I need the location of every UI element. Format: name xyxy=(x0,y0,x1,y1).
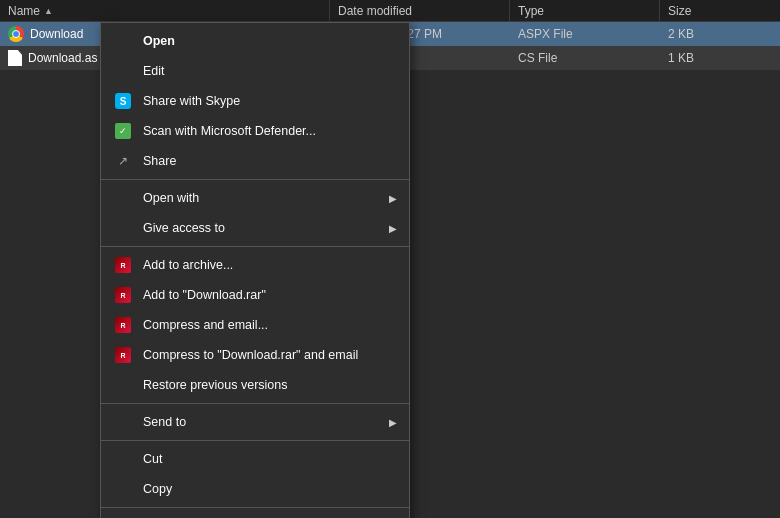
menu-item-copy[interactable]: Copy xyxy=(101,474,409,504)
menu-label-cut: Cut xyxy=(143,452,397,466)
menu-icon-edit xyxy=(113,61,133,81)
menu-icon-give-access xyxy=(113,218,133,238)
menu-label-compress-download-rar-email: Compress to "Download.rar" and email xyxy=(143,348,397,362)
file-type-download-as: CS File xyxy=(510,51,660,65)
winrar-icon: R xyxy=(115,347,131,363)
menu-item-open-with[interactable]: Open with▶ xyxy=(101,183,409,213)
menu-icon-compress-download-rar-email: R xyxy=(113,345,133,365)
menu-separator xyxy=(101,403,409,404)
explorer-header: Name ▲ Date modified Type Size xyxy=(0,0,780,22)
menu-icon-open-with xyxy=(113,188,133,208)
menu-icon-share-skype: S xyxy=(113,91,133,111)
col-type-label: Type xyxy=(518,4,544,18)
submenu-arrow-icon: ▶ xyxy=(389,223,397,234)
menu-icon-restore-previous xyxy=(113,375,133,395)
file-size-download-as: 1 KB xyxy=(660,51,740,65)
column-size-header[interactable]: Size xyxy=(660,0,740,21)
menu-item-scan-defender[interactable]: ✓Scan with Microsoft Defender... xyxy=(101,116,409,146)
chrome-icon xyxy=(8,26,24,42)
skype-icon: S xyxy=(115,93,131,109)
menu-item-add-archive[interactable]: RAdd to archive... xyxy=(101,250,409,280)
menu-label-edit: Edit xyxy=(143,64,397,78)
menu-label-add-download-rar: Add to "Download.rar" xyxy=(143,288,397,302)
menu-separator xyxy=(101,246,409,247)
menu-label-open-with: Open with xyxy=(143,191,379,205)
submenu-arrow-icon: ▶ xyxy=(389,417,397,428)
menu-item-cut[interactable]: Cut xyxy=(101,444,409,474)
menu-item-give-access[interactable]: Give access to▶ xyxy=(101,213,409,243)
context-menu: OpenEditSShare with Skype✓Scan with Micr… xyxy=(100,22,410,518)
menu-item-compress-download-rar-email[interactable]: RCompress to "Download.rar" and email xyxy=(101,340,409,370)
menu-icon-share: ↗ xyxy=(113,151,133,171)
file-size-download: 2 KB xyxy=(660,27,740,41)
winrar-icon: R xyxy=(115,257,131,273)
menu-label-add-archive: Add to archive... xyxy=(143,258,397,272)
menu-item-create-shortcut[interactable]: Create shortcut xyxy=(101,511,409,518)
menu-item-share-skype[interactable]: SShare with Skype xyxy=(101,86,409,116)
sort-arrow-icon: ▲ xyxy=(44,6,53,16)
menu-separator xyxy=(101,440,409,441)
column-name-header[interactable]: Name ▲ xyxy=(0,0,330,21)
col-size-label: Size xyxy=(668,4,691,18)
menu-label-restore-previous: Restore previous versions xyxy=(143,378,397,392)
col-name-label: Name xyxy=(8,4,40,18)
menu-icon-send-to xyxy=(113,412,133,432)
menu-icon-scan-defender: ✓ xyxy=(113,121,133,141)
menu-item-send-to[interactable]: Send to▶ xyxy=(101,407,409,437)
file-type-download: ASPX File xyxy=(510,27,660,41)
menu-item-edit[interactable]: Edit xyxy=(101,56,409,86)
menu-label-compress-email: Compress and email... xyxy=(143,318,397,332)
file-icon xyxy=(8,50,22,66)
menu-separator xyxy=(101,507,409,508)
menu-label-scan-defender: Scan with Microsoft Defender... xyxy=(143,124,397,138)
winrar-icon: R xyxy=(115,317,131,333)
menu-item-restore-previous[interactable]: Restore previous versions xyxy=(101,370,409,400)
menu-item-compress-email[interactable]: RCompress and email... xyxy=(101,310,409,340)
share-icon: ↗ xyxy=(118,154,128,168)
menu-label-copy: Copy xyxy=(143,482,397,496)
menu-icon-compress-email: R xyxy=(113,315,133,335)
menu-icon-add-archive: R xyxy=(113,255,133,275)
column-type-header[interactable]: Type xyxy=(510,0,660,21)
menu-item-open[interactable]: Open xyxy=(101,26,409,56)
menu-separator xyxy=(101,179,409,180)
winrar-icon: R xyxy=(115,287,131,303)
menu-label-share: Share xyxy=(143,154,397,168)
menu-label-open: Open xyxy=(143,34,397,48)
menu-label-give-access: Give access to xyxy=(143,221,379,235)
menu-item-share[interactable]: ↗Share xyxy=(101,146,409,176)
submenu-arrow-icon: ▶ xyxy=(389,193,397,204)
menu-icon-open xyxy=(113,31,133,51)
menu-item-add-download-rar[interactable]: RAdd to "Download.rar" xyxy=(101,280,409,310)
menu-label-send-to: Send to xyxy=(143,415,379,429)
col-date-label: Date modified xyxy=(338,4,412,18)
menu-icon-copy xyxy=(113,479,133,499)
defender-icon: ✓ xyxy=(115,123,131,139)
menu-icon-cut xyxy=(113,449,133,469)
column-date-header[interactable]: Date modified xyxy=(330,0,510,21)
menu-label-share-skype: Share with Skype xyxy=(143,94,397,108)
menu-icon-add-download-rar: R xyxy=(113,285,133,305)
